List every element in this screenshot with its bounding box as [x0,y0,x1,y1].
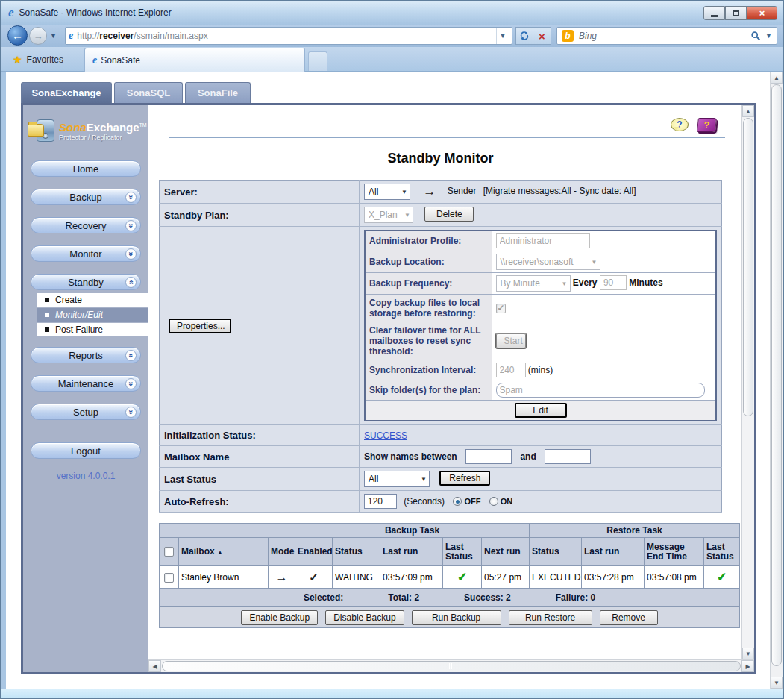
sidebar-item-setup[interactable]: Setup» [31,404,141,420]
window-bottom-border [1,689,783,699]
maximize-button[interactable] [725,6,747,20]
chevron-down-icon[interactable]: » [125,248,137,260]
favorites-button[interactable]: ★ Favorites [7,50,69,69]
app-tabs: SonaExchange SonaSQL SonaFile [21,82,251,103]
delete-button[interactable]: Delete [424,207,474,222]
chevron-down-icon[interactable]: » [125,192,137,203]
tab-sonafile[interactable]: SonaFile [185,82,251,103]
scrollbar-thumb[interactable] [162,661,741,671]
chevron-down-icon[interactable]: » [125,378,137,389]
title-bar: e SonaSafe - Windows Internet Explorer × [1,1,783,25]
initialization-status-link[interactable]: SUCCESS [364,430,407,441]
name-to-input[interactable] [545,449,591,464]
run-backup-button[interactable]: Run Backup [412,610,501,625]
chevron-down-icon[interactable]: » [125,220,137,231]
select-all-checkbox[interactable] [164,547,174,557]
new-tab-button[interactable] [308,51,327,71]
chevron-down-icon[interactable]: » [125,350,137,361]
sonaexchange-logo-icon [28,118,56,145]
sidebar-item-maintenance[interactable]: Maintenance» [31,375,141,392]
refresh-list-button[interactable]: Refresh [439,471,490,486]
scroll-down-arrow[interactable]: ▼ [742,648,754,659]
chevron-up-icon[interactable]: » [125,277,137,288]
content-vertical-scrollbar[interactable]: ▲ ▼ [741,105,754,659]
edit-button[interactable]: Edit [515,403,567,418]
header-backup-last-run[interactable]: Last run [380,538,443,566]
header-backup-status[interactable]: Status [333,538,380,566]
enable-backup-button[interactable]: Enable Backup [241,610,318,625]
stop-button[interactable]: × [533,27,551,45]
scroll-down-arrow[interactable]: ▼ [771,677,783,689]
backup-location-row: Backup Location: \\receiver\sonasoft▼ [365,251,716,273]
scrollbar-thumb[interactable] [743,118,753,416]
refresh-button[interactable] [515,27,533,45]
cell-backup-last-run: 03:57:09 pm [380,566,443,589]
header-enabled[interactable]: Enabled [295,538,333,566]
search-icon[interactable] [750,31,761,41]
remove-button[interactable]: Remove [600,610,658,625]
disable-backup-button[interactable]: Disable Backup [325,610,404,625]
header-next-run[interactable]: Next run [482,538,530,566]
address-input[interactable]: http://receiver/ssmain/main.aspx [77,31,496,41]
search-dropdown-icon[interactable]: ▼ [765,32,772,40]
sync-interval-row: Synchronization Interval: (mins) [365,360,716,380]
sidebar-subitem-create[interactable]: Create [37,293,148,307]
sidebar-item-standby[interactable]: Standby» [31,274,141,290]
scroll-up-arrow[interactable]: ▲ [771,72,783,84]
plan-properties-table: Administrator Profile: Backup Location: … [364,230,717,421]
cell-restore-last-run: 03:57:28 pm [582,566,645,589]
sidebar-subitem-post-failure[interactable]: Post Failure [37,323,148,336]
content-area: ? ? Standby Monitor Server: All▼ → Sende… [148,105,754,672]
sidebar-item-monitor[interactable]: Monitor» [31,245,141,262]
tab-sonasql[interactable]: SonaSQL [114,82,183,103]
content-horizontal-scrollbar[interactable]: ◀ ▶ [148,659,754,672]
header-backup-last-status[interactable]: Last Status [443,538,482,566]
address-dropdown-icon[interactable]: ▼ [496,28,509,44]
sidebar-item-backup[interactable]: Backup» [31,189,141,205]
sidebar-subitem-monitor-edit[interactable]: Monitor/Edit [37,308,148,322]
row-checkbox[interactable] [164,573,174,583]
minimize-button[interactable] [703,6,725,20]
server-select[interactable]: All▼ [364,184,410,200]
auto-refresh-seconds-input[interactable] [364,494,397,509]
scroll-right-arrow[interactable]: ▶ [741,660,754,672]
chevron-down-icon[interactable]: » [125,407,137,418]
header-restore-status[interactable]: Status [530,538,582,566]
sidebar-item-reports[interactable]: Reports» [31,347,141,363]
favorites-bar: ★ Favorites e SonaSafe [1,47,783,72]
history-dropdown-icon[interactable]: ▼ [50,32,57,40]
browser-tab-sonasafe[interactable]: e SonaSafe [84,48,305,72]
properties-button[interactable]: Properties... [169,319,231,333]
page-vertical-scrollbar[interactable]: ▲ ▼ [770,72,783,689]
navigation-bar: ← → ▼ e http://receiver/ssmain/main.aspx… [1,25,783,47]
logout-button[interactable]: Logout [31,442,141,459]
tab-sonaexchange[interactable]: SonaExchange [21,82,112,103]
summary-row: Selected: Total: 2 Success: 2 Failure: 0 [160,589,740,607]
help-book-icon[interactable]: ? [697,118,717,132]
close-button[interactable]: × [747,6,777,20]
run-restore-button[interactable]: Run Restore [509,610,592,625]
auto-refresh-off-radio[interactable] [453,497,462,506]
help-bubble-icon[interactable]: ? [671,118,689,131]
version-label: version 4.0.0.1 [23,471,148,481]
forward-button[interactable]: → [29,27,47,45]
address-bar[interactable]: e http://receiver/ssmain/main.aspx ▼ [65,27,512,45]
name-from-input[interactable] [465,449,512,464]
auto-refresh-on-radio[interactable] [489,497,498,506]
header-restore-last-run[interactable]: Last run [582,538,645,566]
header-restore-last-status[interactable]: Last Status [704,538,740,566]
search-box[interactable]: b Bing ▼ [556,27,777,45]
initialization-status-row: Initialization Status: SUCCESS [160,425,722,446]
sidebar-item-recovery[interactable]: Recovery» [31,217,141,233]
scrollbar-thumb[interactable] [771,84,782,666]
header-mailbox[interactable]: Mailbox ▲ [179,538,269,566]
scroll-up-arrow[interactable]: ▲ [742,105,754,117]
back-button[interactable]: ← [7,25,28,46]
favicon-icon: e [92,54,97,66]
scroll-left-arrow[interactable]: ◀ [148,660,161,672]
last-status-select[interactable]: All▼ [364,471,430,487]
header-message-end-time[interactable]: Message End Time [645,538,704,566]
sidebar-item-home[interactable]: Home [31,160,141,177]
header-mode[interactable]: Mode [269,538,295,566]
cell-restore-status: EXECUTED [530,566,582,589]
